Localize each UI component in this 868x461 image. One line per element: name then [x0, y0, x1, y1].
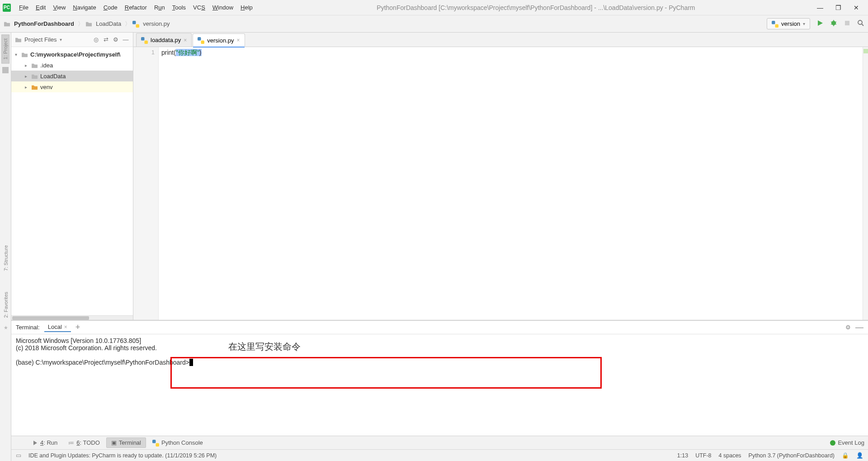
svg-rect-2: [772, 21, 775, 24]
star-icon[interactable]: ★: [4, 325, 8, 331]
svg-rect-8: [145, 40, 148, 44]
sidebar-square-icon[interactable]: [2, 67, 9, 73]
status-encoding[interactable]: UTF-8: [695, 452, 711, 459]
terminal-header: Terminal: Local× + ⚙ —: [11, 321, 868, 334]
status-message[interactable]: IDE and Plugin Updates: PyCharm is ready…: [28, 452, 217, 459]
tree-item-loaddata[interactable]: ▸ LoadData: [11, 71, 133, 81]
folder-icon: [4, 20, 10, 27]
project-view-label[interactable]: Project Files: [24, 36, 57, 43]
toolwindow-todo[interactable]: ≔6: TODO: [64, 438, 104, 447]
svg-rect-1: [136, 24, 140, 28]
menu-run[interactable]: Run: [151, 2, 169, 13]
event-log-button[interactable]: Event Log: [830, 439, 864, 446]
project-tree[interactable]: ▾ C:\myworkspace\Project\myself\ ▸ .idea…: [11, 47, 133, 315]
terminal-body[interactable]: Microsoft Windows [Version 10.0.17763.80…: [11, 334, 868, 436]
status-position[interactable]: 1:13: [677, 452, 688, 459]
folder-icon: [31, 83, 38, 90]
menu-edit[interactable]: Edit: [32, 2, 49, 13]
menu-help[interactable]: Help: [237, 2, 256, 13]
menu-tools[interactable]: Tools: [169, 2, 189, 13]
close-icon[interactable]: ×: [237, 37, 240, 43]
toolwindow-terminal[interactable]: ▣Terminal: [106, 437, 146, 448]
arrow-right-icon[interactable]: ▸: [25, 85, 31, 90]
sidebar-tab-project[interactable]: 1: Project: [1, 34, 9, 63]
chevron-down-icon[interactable]: ▾: [60, 37, 62, 42]
python-file-icon: [198, 37, 204, 44]
lock-icon[interactable]: 🔒: [842, 452, 849, 459]
window-minimize-icon[interactable]: —: [816, 4, 825, 11]
bottom-tool-strip: 4: Run ≔6: TODO ▣Terminal Python Console…: [11, 436, 868, 449]
menu-navigate[interactable]: Navigate: [69, 2, 99, 13]
breadcrumb-sep: 〉: [125, 20, 131, 28]
tree-root[interactable]: ▾ C:\myworkspace\Project\myself\: [11, 49, 133, 60]
menu-window[interactable]: Window: [209, 2, 237, 13]
menu-vcs[interactable]: VCS: [189, 2, 209, 13]
terminal-tab-local[interactable]: Local×: [44, 323, 71, 332]
left-tool-strip-lower: 7: Structure 2: Favorites ★: [0, 163, 11, 331]
arrow-right-icon[interactable]: ▸: [25, 63, 31, 68]
svg-rect-5: [845, 21, 849, 25]
status-indent[interactable]: 4 spaces: [719, 452, 741, 459]
stop-button-icon[interactable]: [844, 19, 851, 28]
debug-button-icon[interactable]: [830, 19, 837, 28]
tree-item-idea[interactable]: ▸ .idea: [11, 60, 133, 71]
python-icon: [152, 439, 159, 446]
code-editor[interactable]: 1 print("你好啊"): [133, 47, 868, 320]
search-everywhere-icon[interactable]: [857, 19, 864, 28]
menu-file[interactable]: File: [15, 2, 32, 13]
inspection-ok-icon[interactable]: [863, 49, 868, 53]
svg-rect-12: [156, 443, 159, 447]
status-interpreter[interactable]: Python 3.7 (PythonForDashboard): [749, 452, 835, 459]
gear-icon[interactable]: ⚙: [112, 36, 119, 43]
toolwindow-run[interactable]: 4: Run: [28, 438, 62, 447]
menu-view[interactable]: View: [49, 2, 69, 13]
sidebar-tab-structure[interactable]: 7: Structure: [2, 242, 9, 275]
expand-all-icon[interactable]: ⇄: [102, 36, 109, 43]
window-title: PythonForDashboard [C:\myworkspace\Proje…: [256, 4, 816, 11]
editor-tabs: loaddata.py × version.py ×: [133, 33, 868, 47]
app-logo: PC: [3, 4, 11, 12]
annotation-text: 在这里写安装命令: [228, 341, 301, 353]
breadcrumb-file[interactable]: version.py: [141, 19, 171, 28]
inspector-icon[interactable]: 👤: [856, 452, 863, 459]
locate-icon[interactable]: ◎: [92, 36, 99, 43]
tab-label: version.py: [207, 37, 234, 44]
tab-loaddata[interactable]: loaddata.py ×: [136, 33, 192, 47]
python-file-icon: [141, 36, 148, 43]
arrow-right-icon[interactable]: ▸: [25, 74, 31, 79]
tree-item-venv[interactable]: ▸ venv: [11, 81, 133, 92]
gear-icon[interactable]: ⚙: [845, 324, 851, 331]
terminal-line: (c) 2018 Microsoft Corporation. All righ…: [16, 344, 863, 352]
notification-dot-icon: [830, 440, 835, 446]
run-config-selector[interactable]: version ▾: [767, 18, 810, 29]
annotation-highlight-box: [170, 357, 602, 389]
breadcrumb-folder[interactable]: LoadData: [94, 19, 123, 28]
editor-area: loaddata.py × version.py × 1 print("你好啊"…: [133, 33, 868, 320]
close-icon[interactable]: ×: [184, 37, 187, 43]
message-icon[interactable]: ▭: [16, 452, 21, 459]
breadcrumb-root[interactable]: PythonForDashboard: [12, 19, 76, 28]
terminal-label: Terminal:: [16, 324, 40, 331]
sidebar-tab-favorites[interactable]: 2: Favorites: [2, 288, 9, 321]
run-button-icon[interactable]: [816, 19, 824, 28]
svg-rect-3: [775, 24, 779, 28]
folder-icon: [31, 62, 38, 68]
status-bar: ▭ IDE and Plugin Updates: PyCharm is rea…: [11, 449, 868, 461]
breadcrumb: PythonForDashboard 〉 LoadData 〉 version.…: [4, 19, 767, 28]
close-icon[interactable]: ×: [64, 324, 67, 330]
menu-code[interactable]: Code: [100, 2, 121, 13]
svg-rect-11: [152, 440, 156, 443]
tab-version[interactable]: version.py ×: [193, 33, 245, 47]
window-close-icon[interactable]: ✕: [852, 4, 861, 11]
arrow-down-icon[interactable]: ▾: [15, 52, 21, 57]
code-content[interactable]: print("你好啊"): [159, 47, 863, 320]
svg-point-6: [858, 20, 862, 24]
folder-icon: [85, 20, 92, 27]
toolwindow-python-console[interactable]: Python Console: [148, 437, 208, 447]
horizontal-scrollbar[interactable]: [11, 315, 133, 320]
hide-icon[interactable]: —: [855, 323, 863, 332]
menu-refactor[interactable]: Refactor: [121, 2, 151, 13]
hide-icon[interactable]: —: [122, 36, 129, 43]
window-maximize-icon[interactable]: ❐: [834, 4, 843, 11]
add-terminal-icon[interactable]: +: [75, 323, 80, 332]
